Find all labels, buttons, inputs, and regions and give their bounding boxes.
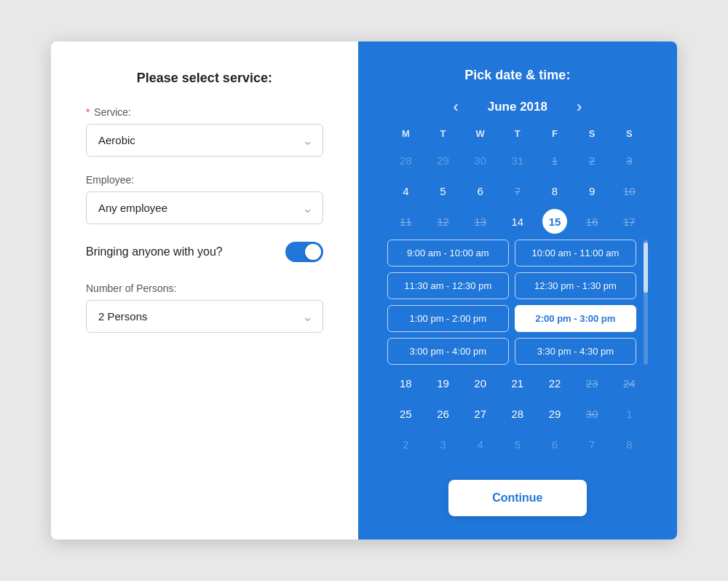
right-title: Pick date & time: — [464, 68, 570, 83]
calendar-day: 30 — [579, 401, 604, 426]
timeslot[interactable]: 9:00 am - 10:00 am — [387, 240, 509, 266]
calendar-day[interactable]: 29 — [542, 401, 567, 426]
calendar-day-cell: 21 — [499, 368, 536, 398]
calendar-day: 13 — [468, 209, 493, 234]
timeslots-container: 9:00 am - 10:00 am10:00 am - 11:00 am11:… — [387, 240, 648, 365]
calendar-day[interactable]: 5 — [430, 178, 455, 203]
calendar-day-cell: 30 — [462, 145, 499, 175]
calendar-header: ‹ June 2018 › — [387, 98, 648, 116]
toggle-thumb — [305, 244, 321, 260]
calendar-bottom-weeks: 1819202122232425262728293012345678 — [387, 368, 648, 459]
calendar-day-cell: 4 — [462, 429, 499, 459]
calendar-day[interactable]: 22 — [542, 371, 567, 395]
calendar-day-cell: 13 — [462, 206, 499, 237]
calendar-day: 7 — [505, 178, 530, 203]
calendar-day[interactable]: 27 — [468, 401, 493, 426]
calendar-day: 1 — [542, 148, 567, 173]
calendar-day: 2 — [393, 432, 418, 456]
calendar-day[interactable]: 19 — [430, 371, 455, 395]
calendar-day-cell: 25 — [387, 398, 424, 429]
calendar-day[interactable]: 28 — [505, 401, 530, 426]
calendar-day-cell: 28 — [499, 398, 536, 429]
calendar-day[interactable]: 15 — [542, 209, 567, 234]
calendar-day: 31 — [505, 148, 530, 173]
calendar-day-cell: 8 — [611, 429, 648, 459]
calendar-day-cell: 28 — [387, 145, 424, 175]
calendar-day-cell: 7 — [499, 175, 536, 206]
calendar-day: 3 — [617, 148, 641, 173]
employee-field: Employee: Any employee ⌄ — [86, 174, 323, 242]
calendar-day-cell: 12 — [424, 206, 462, 237]
weekday-header: F — [536, 125, 573, 145]
timeslot[interactable]: 1:00 pm - 2:00 pm — [387, 305, 509, 332]
calendar-day-cell: 4 — [387, 175, 424, 206]
calendar-grid: MTWTFSS 28293031123456789101112131415161… — [387, 125, 648, 237]
calendar-day: 3 — [430, 432, 455, 456]
service-select[interactable]: Aerobic — [86, 124, 323, 157]
next-month-button[interactable]: › — [571, 98, 587, 116]
timeslot[interactable]: 10:00 am - 11:00 am — [515, 240, 636, 266]
calendar-day[interactable]: 6 — [468, 178, 493, 203]
calendar-day[interactable]: 26 — [430, 401, 455, 426]
calendar-body: 282930311234567891011121314151617 — [387, 145, 648, 237]
calendar-day[interactable]: 25 — [393, 401, 418, 426]
calendar-week-row: 2526272829301 — [387, 398, 648, 429]
continue-button[interactable]: Continue — [448, 480, 586, 516]
timeslot[interactable]: 2:00 pm - 3:00 pm — [515, 305, 636, 332]
left-title: Please select service: — [86, 71, 323, 86]
calendar-day-cell: 5 — [424, 175, 462, 206]
timeslot[interactable]: 11:30 am - 12:30 pm — [387, 272, 509, 299]
calendar-day-cell: 20 — [462, 368, 499, 398]
calendar-day-cell: 23 — [574, 368, 611, 398]
employee-label: Employee: — [86, 174, 323, 186]
calendar-day: 6 — [542, 432, 567, 456]
timeslots-grid: 9:00 am - 10:00 am10:00 am - 11:00 am11:… — [387, 240, 648, 365]
calendar-day-cell: 5 — [499, 429, 536, 459]
calendar-day[interactable]: 8 — [542, 178, 567, 203]
service-required-star: * — [86, 106, 90, 118]
calendar-week-row: 45678910 — [387, 175, 648, 206]
calendar-day-cell: 17 — [611, 206, 648, 237]
calendar-day: 11 — [393, 209, 418, 234]
calendar-day-cell: 18 — [387, 368, 424, 398]
calendar-day: 17 — [617, 209, 641, 234]
calendar-day: 12 — [430, 209, 455, 234]
calendar-day-cell: 29 — [536, 398, 573, 429]
timeslot[interactable]: 3:00 pm - 4:00 pm — [387, 338, 509, 365]
calendar-day: 7 — [579, 432, 604, 456]
calendar-day-cell: 31 — [499, 145, 536, 175]
calendar-day[interactable]: 9 — [579, 178, 604, 203]
calendar-day[interactable]: 21 — [505, 371, 530, 395]
right-panel: Pick date & time: ‹ June 2018 › MTWTFSS … — [358, 42, 677, 540]
calendar-month: June 2018 — [488, 100, 547, 114]
weekday-header: M — [387, 125, 424, 145]
calendar-day-cell: 15 — [536, 206, 573, 237]
employee-select-wrapper: Any employee ⌄ — [86, 191, 323, 224]
calendar-day[interactable]: 18 — [393, 371, 418, 395]
weekday-header: S — [611, 125, 648, 145]
calendar-day: 1 — [617, 401, 641, 426]
calendar-day-cell: 7 — [574, 429, 611, 459]
weekday-header: S — [574, 125, 611, 145]
calendar-day: 16 — [579, 209, 604, 234]
timeslot[interactable]: 3:30 pm - 4:30 pm — [515, 338, 636, 365]
weekday-header: T — [499, 125, 536, 145]
calendar-day-cell: 1 — [536, 145, 573, 175]
persons-select[interactable]: 2 Persons — [86, 300, 323, 333]
calendar-day: 2 — [579, 148, 604, 173]
main-container: Please select service: * Service: Aerobi… — [51, 42, 677, 540]
calendar-day[interactable]: 4 — [393, 178, 418, 203]
persons-select-wrapper: 2 Persons ⌄ — [86, 300, 323, 333]
employee-select[interactable]: Any employee — [86, 191, 323, 224]
calendar-day[interactable]: 20 — [468, 371, 493, 395]
calendar-day-cell: 26 — [424, 398, 462, 429]
calendar-day: 30 — [468, 148, 493, 173]
prev-month-button[interactable]: ‹ — [447, 98, 464, 116]
calendar-day-cell: 14 — [499, 206, 536, 237]
calendar-day-cell: 3 — [611, 145, 648, 175]
calendar-day[interactable]: 14 — [505, 209, 530, 234]
calendar-week-row: 18192021222324 — [387, 368, 648, 398]
timeslot[interactable]: 12:30 pm - 1:30 pm — [515, 272, 636, 299]
calendar-day: 4 — [468, 432, 493, 456]
bringing-anyone-toggle[interactable] — [285, 242, 323, 262]
